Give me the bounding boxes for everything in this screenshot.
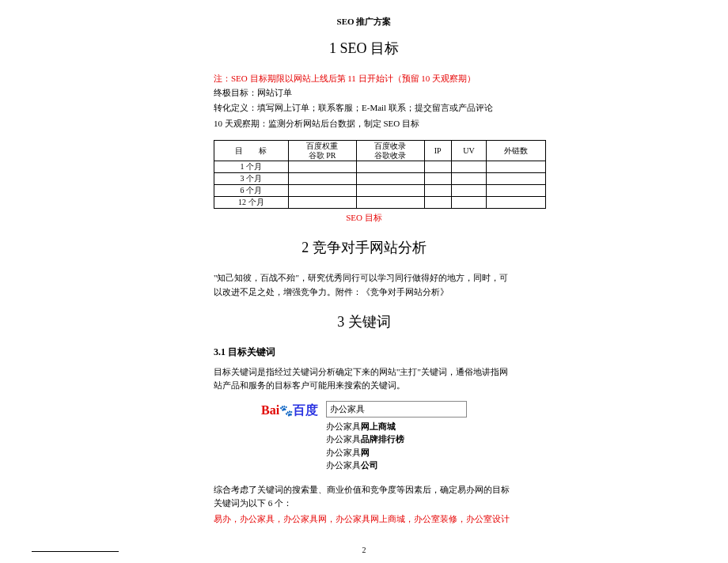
suggest-item: 办公家具网	[326, 446, 467, 459]
observe-line: 10 天观察期：监测分析网站后台数据，制定 SEO 目标	[214, 117, 514, 131]
th-ip: IP	[424, 141, 451, 161]
conversion-line: 转化定义：填写网上订单；联系客服；E-Mail 联系；提交留言或产品评论	[214, 101, 514, 115]
section-3-title: 3 关键词	[214, 312, 514, 331]
conclusion-text: 综合考虑了关键词的搜索量、商业价值和竞争度等因素后，确定易办网的目标关键词为以下…	[214, 483, 514, 511]
baidu-paw-icon: 🐾	[279, 405, 293, 417]
section-2-body: "知己知彼，百战不殆"，研究优秀同行可以学习同行做得好的地方，同时，可以改进不足…	[214, 271, 514, 299]
suggest-list: 办公家具网上商城 办公家具品牌排行榜 办公家具网 办公家具公司	[326, 420, 467, 472]
suggest-column: 办公家具 办公家具网上商城 办公家具品牌排行榜 办公家具网 办公家具公司	[326, 401, 467, 472]
page-number: 2	[214, 546, 514, 554]
doc-header: SEO 推广方案	[214, 16, 514, 28]
th-backlinks: 外链数	[487, 141, 546, 161]
baidu-logo: Bai🐾百度	[261, 401, 318, 419]
suggest-item: 办公家具公司	[326, 459, 467, 472]
table-row: 6 个月	[214, 185, 546, 197]
suggest-item: 办公家具品牌排行榜	[326, 433, 467, 446]
section-2-title: 2 竞争对手网站分析	[214, 238, 514, 257]
document-page: SEO 推广方案 1 SEO 目标 注：SEO 目标期限以网站上线后第 11 日…	[166, 0, 562, 562]
baidu-bai: Bai	[261, 403, 279, 417]
baidu-du: 百度	[293, 403, 318, 417]
goal-line: 终极目标：网站订单	[214, 86, 514, 100]
section-3-1-title: 3.1 目标关键词	[214, 346, 514, 359]
th-index: 百度收录 谷歌收录	[356, 141, 424, 161]
table-row: 1 个月	[214, 161, 546, 173]
table-row: 3 个月	[214, 173, 546, 185]
table-header-row: 目 标 百度权重 谷歌 PR 百度收录 谷歌收录 IP UV 外链数	[214, 141, 546, 161]
search-input: 办公家具	[326, 401, 467, 418]
observation-note: 注：SEO 目标期限以网站上线后第 11 日开始计（预留 10 天观察期）	[214, 72, 514, 86]
table-row: 12 个月	[214, 197, 546, 209]
th-weight: 百度权重 谷歌 PR	[288, 141, 356, 161]
th-target: 目 标	[214, 141, 289, 161]
footer-rule	[32, 551, 119, 552]
seo-goal-table: 目 标 百度权重 谷歌 PR 百度收录 谷歌收录 IP UV 外链数 1 个月 …	[214, 140, 546, 209]
suggest-item: 办公家具网上商城	[326, 420, 467, 433]
section-3-1-body: 目标关键词是指经过关键词分析确定下来的网站"主打"关键词，通俗地讲指网站产品和服…	[214, 365, 514, 393]
table-caption: SEO 目标	[214, 212, 514, 224]
th-uv: UV	[451, 141, 487, 161]
section-1-title: 1 SEO 目标	[214, 39, 514, 58]
baidu-search-example: Bai🐾百度 办公家具 办公家具网上商城 办公家具品牌排行榜 办公家具网 办公家…	[261, 401, 467, 472]
target-keywords: 易办，办公家具，办公家具网，办公家具网上商城，办公室装修，办公室设计	[214, 512, 514, 527]
